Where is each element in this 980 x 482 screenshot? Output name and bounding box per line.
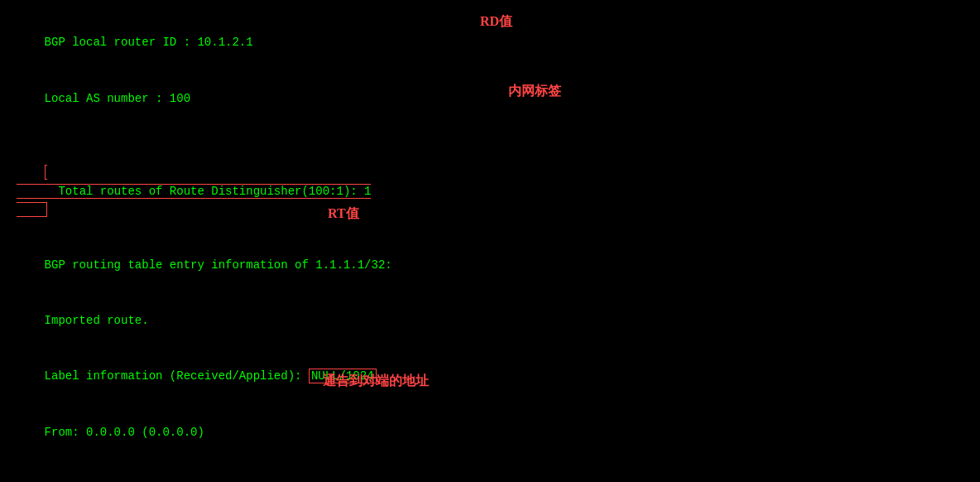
annotation-rd: RD值: [480, 13, 512, 31]
terminal-container: BGP local router ID : 10.1.2.1 Local AS …: [0, 0, 980, 482]
annotation-rt: RT值: [328, 205, 359, 223]
line-route-duration: Route Duration: 01h22m47s: [17, 460, 963, 482]
line-from: From: 0.0.0.0 (0.0.0.0): [17, 404, 963, 460]
line-empty-1: [17, 126, 963, 144]
line-total-routes: Total routes of Route Distinguisher(100:…: [17, 145, 963, 238]
line-local-as: Local AS number : 100: [17, 70, 963, 126]
annotation-advertise: 通告到对端的地址: [323, 373, 429, 390]
line-imported-route: Imported route.: [17, 293, 963, 349]
rd-box: Total routes of Route Distinguisher(100:…: [17, 165, 371, 217]
line-label-info: Label information (Received/Applied): NU…: [17, 349, 963, 404]
annotation-inner-label: 内网标签: [508, 83, 561, 100]
line-bgp-routing-table: BGP routing table entry information of 1…: [17, 238, 963, 293]
